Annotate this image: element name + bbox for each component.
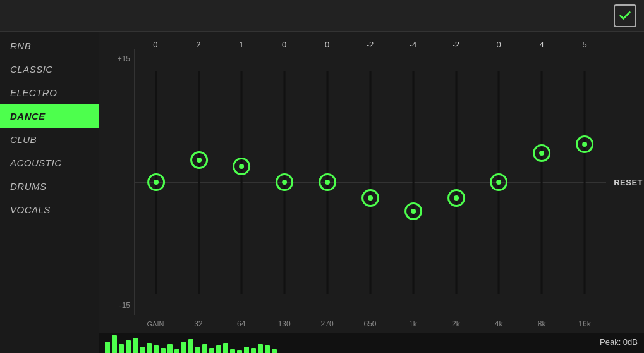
y-top: +15 <box>118 49 130 63</box>
confirm-button[interactable] <box>614 4 636 27</box>
vu-bar <box>112 335 117 353</box>
vu-bar <box>126 340 131 353</box>
eq-value-8k: 4 <box>520 40 563 49</box>
vu-bar <box>174 349 179 353</box>
vu-bar <box>265 345 270 353</box>
slider-130[interactable] <box>263 49 306 315</box>
eq-value-16k: 5 <box>563 40 606 49</box>
vu-bar <box>140 347 145 353</box>
slider-64[interactable] <box>221 49 264 315</box>
sidebar-item-club[interactable]: CLUB <box>0 128 99 151</box>
eq-label-8k: 8k <box>520 319 563 328</box>
eq-label-130: 130 <box>263 319 306 328</box>
sidebar-item-acoustic[interactable]: ACOUSTIC <box>0 151 99 175</box>
peak-label: Peak: 0dB <box>600 337 638 349</box>
eq-label-32: 32 <box>177 319 220 328</box>
eq-sliders: RESET <box>134 49 606 315</box>
sidebar: RNBCLASSICELECTRODANCECLUBACOUSTICDRUMSV… <box>0 32 99 353</box>
slider-8k[interactable] <box>520 49 563 315</box>
vu-bar <box>216 345 221 353</box>
vu-bar <box>133 338 138 353</box>
eq-label-64: 64 <box>220 319 263 328</box>
slider-650[interactable] <box>349 49 392 315</box>
header <box>0 0 644 32</box>
sidebar-item-classic[interactable]: CLASSIC <box>0 58 99 81</box>
eq-value-130: 0 <box>263 40 306 49</box>
sidebar-item-vocals[interactable]: VOCALS <box>0 198 99 221</box>
main-area: RNBCLASSICELECTRODANCECLUBACOUSTICDRUMSV… <box>0 32 644 353</box>
vu-bar <box>147 343 152 353</box>
vu-bar <box>161 348 166 353</box>
eq-label-gain: GAIN <box>134 320 177 328</box>
eq-label-270: 270 <box>306 319 349 328</box>
reset-button[interactable]: RESET <box>614 178 643 187</box>
eq-label-650: 650 <box>349 319 392 328</box>
vu-bar <box>258 344 263 353</box>
eq-value-270: 0 <box>306 40 349 49</box>
vu-bar <box>272 349 277 353</box>
eq-label-16k: 16k <box>563 319 606 328</box>
eq-label-4k: 4k <box>477 319 520 328</box>
vu-bar <box>244 347 249 353</box>
sidebar-item-dance[interactable]: DANCE <box>0 104 99 128</box>
vu-bar <box>209 348 214 353</box>
vu-meter-area: Peak: 0dB <box>99 333 644 353</box>
eq-value-4k: 0 <box>477 40 520 49</box>
vu-bar <box>119 344 124 353</box>
vu-bar <box>181 342 186 353</box>
slider-1k[interactable] <box>392 49 435 315</box>
labels-row: GAIN32641302706501k2k4k8k16k <box>99 315 644 333</box>
eq-value-2k: -2 <box>434 40 477 49</box>
slider-4k[interactable] <box>478 49 521 315</box>
sidebar-item-drums[interactable]: DRUMS <box>0 175 99 198</box>
slider-16k[interactable] <box>563 49 606 315</box>
vu-bar <box>167 344 173 353</box>
eq-value-gain: 0 <box>134 40 177 49</box>
eq-label-1k: 1k <box>391 319 434 328</box>
slider-270[interactable] <box>306 49 349 315</box>
values-row: 02100-2-4-2045 <box>99 32 644 49</box>
vu-bar <box>188 339 193 353</box>
header-controls <box>553 4 636 27</box>
vu-bar <box>230 349 235 353</box>
eq-value-650: -2 <box>349 40 392 49</box>
sidebar-item-electro[interactable]: ELECTRO <box>0 81 99 104</box>
vu-bar <box>105 342 110 353</box>
vu-bar <box>195 347 200 353</box>
eq-value-1k: -4 <box>391 40 434 49</box>
slider-gain[interactable] <box>135 49 178 315</box>
eq-value-64: 1 <box>220 40 263 49</box>
sidebar-item-rnb[interactable]: RNB <box>0 34 99 58</box>
vu-bar <box>202 344 207 353</box>
vu-bar <box>223 343 228 353</box>
y-axis: +15 -15 <box>99 49 134 315</box>
slider-32[interactable] <box>178 49 221 315</box>
vu-bar <box>251 348 256 353</box>
vu-bar <box>154 345 159 353</box>
slider-2k[interactable] <box>435 49 478 315</box>
eq-value-32: 2 <box>177 40 220 49</box>
eq-label-2k: 2k <box>434 319 477 328</box>
vu-bar <box>237 350 242 353</box>
y-bot: -15 <box>119 301 130 315</box>
